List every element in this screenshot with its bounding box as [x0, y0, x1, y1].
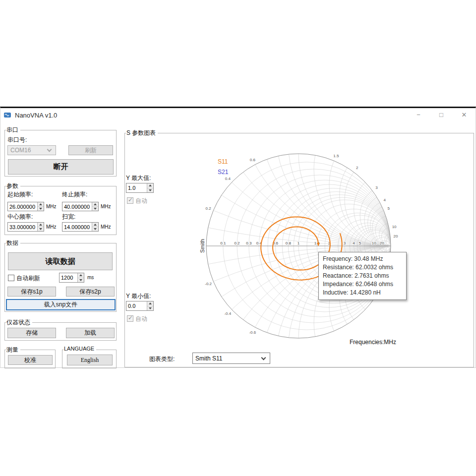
spin-up-icon[interactable] [38, 223, 44, 227]
serial-port-label: 串口号: [7, 136, 27, 144]
svg-text:3: 3 [375, 185, 378, 190]
spin-down-icon[interactable] [147, 188, 153, 193]
svg-text:-0.4: -0.4 [224, 311, 231, 316]
spin-up-icon[interactable] [38, 202, 44, 206]
center-frequency-label: 中心频率: [7, 213, 33, 221]
refresh-interval-input[interactable]: 1200 [59, 273, 84, 283]
y-min-auto-label: 自动 [135, 315, 147, 323]
read-data-button[interactable]: 读取数据 [8, 252, 113, 270]
svg-text:0.8: 0.8 [286, 241, 292, 245]
svg-text:1.5: 1.5 [333, 154, 339, 158]
serial-group: 串口 串口号: COM16 刷新 断开 [4, 130, 117, 177]
svg-text:20: 20 [394, 234, 398, 238]
params-group-label: 参数 [6, 182, 20, 190]
spin-up-icon[interactable] [92, 202, 98, 206]
titlebar[interactable]: NanoVNA v1.0 − □ ✕ [0, 108, 476, 122]
language-group: LANGUAGE English [62, 350, 117, 368]
start-frequency-label: 起始频率: [7, 190, 33, 199]
span-unit: MHz [101, 224, 111, 230]
data-group: 数据 读取数据 自动刷新 1200 ms 保存s1p 保存s2p 载入snp文件 [4, 243, 117, 312]
svg-text:0.2: 0.2 [234, 241, 240, 245]
spinner-buttons[interactable] [92, 202, 98, 211]
svg-text:1: 1 [298, 241, 300, 245]
svg-text:-0.2: -0.2 [205, 282, 212, 286]
svg-text:-0.6: -0.6 [249, 330, 256, 335]
instrument-group-label: 仪器状态 [6, 318, 32, 327]
span-input[interactable]: 14.000000 [62, 222, 99, 232]
start-frequency-input[interactable]: 26.000000 [7, 202, 44, 211]
stop-frequency-label: 终止频率: [62, 190, 87, 199]
svg-text:3: 3 [344, 241, 346, 245]
close-button[interactable]: ✕ [453, 109, 476, 121]
measure-group-label: 测量 [6, 346, 20, 354]
save-s2p-button[interactable]: 保存s2p [66, 287, 115, 297]
spin-down-icon[interactable] [92, 206, 98, 211]
spin-up-icon[interactable] [92, 223, 98, 227]
auto-refresh-label: 自动刷新 [16, 274, 40, 283]
refresh-interval-value[interactable]: 1200 [60, 273, 77, 282]
load-snp-button[interactable]: 载入snp文件 [6, 299, 116, 310]
refresh-interval-unit: ms [87, 275, 94, 280]
y-min-value[interactable]: 0.0 [126, 301, 147, 310]
svg-text:10: 10 [372, 241, 376, 245]
svg-text:4: 4 [353, 241, 355, 245]
stop-frequency-value[interactable]: 40.000000 [62, 202, 92, 211]
desktop: NanoVNA v1.0 − □ ✕ 串口 串口号: COM16 刷新 断开 参… [0, 0, 476, 476]
center-frequency-input[interactable]: 33.000000 [7, 222, 44, 232]
center-frequency-value[interactable]: 33.000000 [8, 223, 37, 231]
maximize-button[interactable]: □ [430, 109, 453, 121]
tooltip-reactance: Reactance: 2.7631 ohms [323, 272, 402, 280]
spin-up-icon[interactable] [147, 301, 153, 306]
spinner-buttons[interactable] [92, 223, 98, 231]
spin-down-icon[interactable] [92, 227, 98, 231]
chart-group: S 参数图表 S11 S21 Y 最大值: 1.0 自动 Y 最小值: 0.0 … [124, 133, 474, 367]
spin-down-icon[interactable] [147, 306, 153, 311]
english-button[interactable]: English [67, 355, 113, 365]
save-s1p-button[interactable]: 保存s1p [7, 287, 56, 297]
svg-text:4: 4 [384, 198, 386, 202]
spinner-buttons[interactable] [147, 301, 153, 310]
start-frequency-value[interactable]: 26.000000 [8, 202, 37, 211]
smith-chart[interactable]: 0.10.20.30.40.60.811.5234510200.20.40.61… [199, 147, 398, 345]
spinner-buttons[interactable] [77, 273, 84, 282]
y-min-auto-checkbox[interactable] [127, 315, 133, 322]
svg-text:0.6: 0.6 [250, 158, 256, 162]
spin-up-icon[interactable] [78, 273, 84, 278]
chart-type-select[interactable]: Smith S11 [192, 353, 270, 364]
serial-port-select[interactable]: COM16 [7, 145, 56, 155]
minimize-button[interactable]: − [407, 109, 430, 121]
language-group-label: LANGUAGE [63, 346, 96, 352]
spin-up-icon[interactable] [147, 183, 153, 188]
spinner-buttons[interactable] [37, 223, 44, 231]
refresh-button[interactable]: 刷新 [68, 145, 113, 155]
y-max-input[interactable]: 1.0 [126, 183, 154, 193]
chevron-down-icon [47, 147, 52, 152]
spinner-buttons[interactable] [147, 183, 153, 192]
load-button[interactable]: 加载 [66, 328, 115, 338]
svg-text:20: 20 [380, 241, 384, 245]
spin-down-icon[interactable] [38, 206, 44, 211]
data-group-label: 数据 [6, 239, 20, 247]
window-title: NanoVNA v1.0 [15, 112, 407, 119]
span-value[interactable]: 14.000000 [62, 223, 92, 231]
y-max-auto-checkbox[interactable] [127, 197, 133, 204]
y-min-input[interactable]: 0.0 [126, 301, 154, 311]
disconnect-button[interactable]: 断开 [8, 159, 114, 175]
calibrate-button[interactable]: 校准 [8, 355, 53, 365]
params-group: 参数 起始频率: 终止频率: 26.000000 MHz 40.000000 M… [4, 186, 117, 235]
stop-frequency-unit: MHz [101, 204, 111, 209]
spinner-buttons[interactable] [37, 202, 44, 211]
store-button[interactable]: 存储 [7, 328, 56, 338]
instrument-group: 仪器状态 存储 加载 [4, 322, 117, 341]
tooltip-resistance: Resistance: 62.0032 ohms [323, 263, 402, 272]
tooltip-frequency: Frequency: 30.48 MHz [323, 255, 402, 263]
spin-down-icon[interactable] [38, 227, 44, 231]
svg-text:2: 2 [356, 166, 358, 170]
spin-down-icon[interactable] [78, 278, 84, 283]
stop-frequency-input[interactable]: 40.000000 [62, 202, 99, 211]
chart-type-label: 图表类型: [149, 355, 175, 363]
y-max-value[interactable]: 1.0 [126, 183, 147, 192]
measure-group: 测量 校准 [4, 350, 56, 368]
svg-text:1.5: 1.5 [314, 241, 320, 245]
auto-refresh-checkbox[interactable] [8, 275, 14, 281]
